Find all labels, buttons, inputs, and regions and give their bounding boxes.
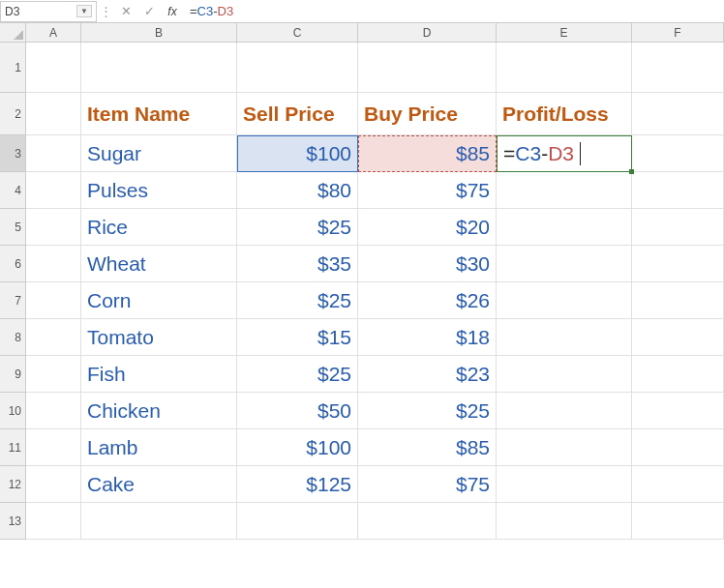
- cell-b9[interactable]: Fish: [81, 356, 237, 393]
- cell-d7[interactable]: $26: [358, 282, 497, 319]
- row-head-11[interactable]: 11: [0, 429, 26, 466]
- cell-f3[interactable]: [632, 135, 724, 172]
- cell-b8[interactable]: Tomato: [81, 319, 237, 356]
- cell-f1[interactable]: [632, 43, 724, 93]
- cell-d11[interactable]: $85: [358, 429, 497, 466]
- formula-input[interactable]: =C3-D3: [184, 4, 724, 18]
- cell-a11[interactable]: [26, 429, 81, 466]
- cell-a3[interactable]: [26, 135, 81, 172]
- row-head-6[interactable]: 6: [0, 246, 26, 282]
- cell-d5[interactable]: $20: [358, 209, 497, 246]
- cell-c3[interactable]: $100: [237, 135, 358, 172]
- cell-c9[interactable]: $25: [237, 356, 358, 393]
- cell-f2[interactable]: [632, 93, 724, 135]
- cell-b2[interactable]: Item Name: [81, 93, 237, 135]
- cell-a4[interactable]: [26, 172, 81, 209]
- row-head-3[interactable]: 3: [0, 135, 26, 172]
- cell-e13[interactable]: [497, 503, 632, 540]
- cell-e1[interactable]: [497, 43, 632, 93]
- name-box[interactable]: D3 ▼: [0, 1, 97, 22]
- cell-e7[interactable]: [497, 282, 632, 319]
- cell-b1[interactable]: [81, 43, 237, 93]
- select-all-corner[interactable]: [0, 23, 26, 43]
- confirm-icon[interactable]: ✓: [137, 4, 161, 18]
- cell-d6[interactable]: $30: [358, 246, 497, 282]
- cell-d2[interactable]: Buy Price: [358, 93, 497, 135]
- cell-f12[interactable]: [632, 466, 724, 503]
- cell-b4[interactable]: Pulses: [81, 172, 237, 209]
- cell-c2[interactable]: Sell Price: [237, 93, 358, 135]
- cell-b11[interactable]: Lamb: [81, 429, 237, 466]
- cell-f6[interactable]: [632, 246, 724, 282]
- cell-d13[interactable]: [358, 503, 497, 540]
- row-head-13[interactable]: 13: [0, 503, 26, 540]
- cell-e11[interactable]: [497, 429, 632, 466]
- cancel-icon[interactable]: ✕: [114, 4, 137, 18]
- cell-f7[interactable]: [632, 282, 724, 319]
- cell-e2[interactable]: Profit/Loss: [497, 93, 632, 135]
- cell-f9[interactable]: [632, 356, 724, 393]
- cell-c13[interactable]: [237, 503, 358, 540]
- cell-e5[interactable]: [497, 209, 632, 246]
- cell-f10[interactable]: [632, 393, 724, 429]
- cell-d12[interactable]: $75: [358, 466, 497, 503]
- cell-e3[interactable]: =C3-D3: [497, 135, 632, 172]
- col-head-b[interactable]: B: [81, 23, 237, 43]
- cell-a9[interactable]: [26, 356, 81, 393]
- cell-b5[interactable]: Rice: [81, 209, 237, 246]
- cell-d1[interactable]: [358, 43, 497, 93]
- row-head-5[interactable]: 5: [0, 209, 26, 246]
- cell-a8[interactable]: [26, 319, 81, 356]
- cell-d3[interactable]: $85: [358, 135, 497, 172]
- cell-c10[interactable]: $50: [237, 393, 358, 429]
- cell-c6[interactable]: $35: [237, 246, 358, 282]
- cell-e10[interactable]: [497, 393, 632, 429]
- row-head-7[interactable]: 7: [0, 282, 26, 319]
- row-head-8[interactable]: 8: [0, 319, 26, 356]
- cell-a6[interactable]: [26, 246, 81, 282]
- col-head-a[interactable]: A: [26, 23, 81, 43]
- row-head-1[interactable]: 1: [0, 43, 26, 93]
- row-head-2[interactable]: 2: [0, 93, 26, 135]
- cell-a1[interactable]: [26, 43, 81, 93]
- cell-c11[interactable]: $100: [237, 429, 358, 466]
- row-head-9[interactable]: 9: [0, 356, 26, 393]
- cell-b3[interactable]: Sugar: [81, 135, 237, 172]
- cell-d10[interactable]: $25: [358, 393, 497, 429]
- cell-c8[interactable]: $15: [237, 319, 358, 356]
- cell-a7[interactable]: [26, 282, 81, 319]
- cell-a10[interactable]: [26, 393, 81, 429]
- col-head-d[interactable]: D: [358, 23, 497, 43]
- cell-f8[interactable]: [632, 319, 724, 356]
- chevron-down-icon[interactable]: ▼: [76, 5, 92, 17]
- cell-e8[interactable]: [497, 319, 632, 356]
- cell-c5[interactable]: $25: [237, 209, 358, 246]
- cell-b7[interactable]: Corn: [81, 282, 237, 319]
- cell-e12[interactable]: [497, 466, 632, 503]
- cell-d4[interactable]: $75: [358, 172, 497, 209]
- col-head-e[interactable]: E: [497, 23, 632, 43]
- cell-d8[interactable]: $18: [358, 319, 497, 356]
- cell-a12[interactable]: [26, 466, 81, 503]
- cell-b13[interactable]: [81, 503, 237, 540]
- cell-a5[interactable]: [26, 209, 81, 246]
- cell-a2[interactable]: [26, 93, 81, 135]
- row-head-10[interactable]: 10: [0, 393, 26, 429]
- cell-f4[interactable]: [632, 172, 724, 209]
- cell-e9[interactable]: [497, 356, 632, 393]
- cell-a13[interactable]: [26, 503, 81, 540]
- cell-b10[interactable]: Chicken: [81, 393, 237, 429]
- cell-e4[interactable]: [497, 172, 632, 209]
- cell-c4[interactable]: $80: [237, 172, 358, 209]
- col-head-f[interactable]: F: [632, 23, 724, 43]
- fx-icon[interactable]: fx: [161, 5, 184, 18]
- spreadsheet-grid[interactable]: A B C D E F 1 2 Item Name Sell Price Buy…: [0, 23, 724, 540]
- cell-c12[interactable]: $125: [237, 466, 358, 503]
- row-head-4[interactable]: 4: [0, 172, 26, 209]
- cell-f13[interactable]: [632, 503, 724, 540]
- cell-d9[interactable]: $23: [358, 356, 497, 393]
- row-head-12[interactable]: 12: [0, 466, 26, 503]
- cell-e6[interactable]: [497, 246, 632, 282]
- col-head-c[interactable]: C: [237, 23, 358, 43]
- cell-c1[interactable]: [237, 43, 358, 93]
